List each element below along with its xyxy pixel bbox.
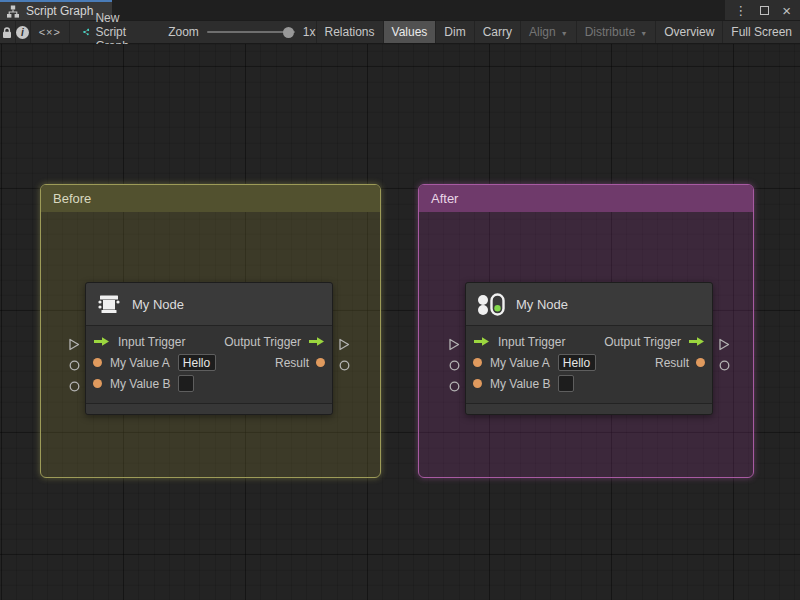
script-graph-icon — [82, 25, 90, 39]
flow-arrow-icon[interactable] — [473, 336, 490, 347]
code-view-icon: <×> — [39, 26, 61, 38]
align-dropdown[interactable]: Align ▼ — [521, 21, 576, 43]
value-output-port-icon[interactable] — [719, 360, 730, 371]
group-after-header[interactable]: After — [419, 185, 753, 212]
port-label: My Value B — [110, 377, 170, 391]
fullscreen-button[interactable]: Full Screen — [723, 21, 800, 43]
port-label: My Value B — [490, 377, 550, 391]
node-footer — [86, 403, 332, 414]
port-row-value-b: My Value B — [86, 373, 332, 394]
group-title: After — [431, 191, 458, 206]
info-icon: i — [16, 26, 29, 39]
maximize-icon[interactable] — [760, 6, 769, 15]
info-button[interactable]: i — [15, 21, 30, 43]
graph-toolbar: i <×> New Script Graph Zoom 1x Relations… — [0, 20, 800, 44]
port-row-value-b: My Value B — [466, 373, 712, 394]
value-input-port-icon[interactable] — [69, 360, 80, 371]
relations-button[interactable]: Relations — [317, 21, 383, 43]
window-menu-icon[interactable]: ⋮ — [734, 4, 747, 17]
value-port-icon[interactable] — [473, 358, 482, 367]
flow-input-port-icon[interactable] — [68, 338, 80, 351]
port-label: Input Trigger — [118, 335, 185, 349]
value-port-icon[interactable] — [93, 358, 102, 367]
toggle-icon — [477, 292, 505, 317]
machine-icon — [97, 292, 121, 316]
port-row-value-a: My Value A Result — [86, 352, 332, 373]
port-label: Result — [655, 356, 689, 370]
zoom-control: Zoom 1x — [154, 21, 315, 43]
node-header[interactable]: My Node — [466, 283, 712, 326]
node-header[interactable]: My Node — [86, 283, 332, 326]
graph-canvas[interactable]: Before After My Node — [0, 44, 800, 600]
value-port-icon[interactable] — [696, 358, 705, 367]
value-input-port-icon[interactable] — [69, 381, 80, 392]
port-label: My Value A — [490, 356, 550, 370]
lock-icon — [1, 26, 13, 39]
value-b-input[interactable] — [558, 375, 574, 392]
zoom-slider-handle[interactable] — [283, 27, 294, 38]
value-a-input[interactable] — [178, 354, 216, 371]
port-label: Input Trigger — [498, 335, 565, 349]
chevron-down-icon: ▼ — [640, 30, 647, 37]
port-row-value-a: My Value A Result — [466, 352, 712, 373]
carry-button[interactable]: Carry — [475, 21, 520, 43]
graph-hierarchy-icon — [6, 5, 20, 18]
port-label: My Value A — [110, 356, 170, 370]
value-port-icon[interactable] — [316, 358, 325, 367]
node-my-node-before[interactable]: My Node Input Trigger Output Trigger — [85, 282, 333, 415]
value-b-input[interactable] — [178, 375, 194, 392]
flow-arrow-icon[interactable] — [308, 336, 325, 347]
zoom-label: Zoom — [168, 25, 199, 39]
toolbar-right-buttons: Relations Values Dim Carry Align ▼ Distr… — [316, 21, 800, 43]
node-footer — [466, 403, 712, 414]
zoom-slider[interactable] — [207, 31, 295, 33]
flow-arrow-icon[interactable] — [688, 336, 705, 347]
port-label: Result — [275, 356, 309, 370]
tab-title: Script Graph — [26, 4, 93, 18]
node-body: Input Trigger Output Trigger My Value A … — [86, 326, 332, 394]
value-a-input[interactable] — [558, 354, 596, 371]
node-title: My Node — [516, 297, 568, 312]
distribute-dropdown[interactable]: Distribute ▼ — [577, 21, 656, 43]
value-port-icon[interactable] — [93, 379, 102, 388]
code-view-button[interactable]: <×> — [30, 21, 69, 43]
flow-output-port-icon[interactable] — [338, 338, 350, 351]
group-title: Before — [53, 191, 91, 206]
graph-asset-label[interactable]: New Script Graph — [70, 21, 154, 43]
zoom-value: 1x — [303, 25, 316, 39]
dim-button[interactable]: Dim — [436, 21, 473, 43]
value-output-port-icon[interactable] — [339, 360, 350, 371]
group-before-header[interactable]: Before — [41, 185, 380, 212]
port-label: Output Trigger — [224, 335, 301, 349]
port-row-triggers: Input Trigger Output Trigger — [86, 331, 332, 352]
node-my-node-after[interactable]: My Node Input Trigger Output Trigger — [465, 282, 713, 415]
overview-button[interactable]: Overview — [656, 21, 722, 43]
close-icon[interactable]: × — [782, 3, 791, 18]
chevron-down-icon: ▼ — [561, 30, 568, 37]
flow-arrow-icon[interactable] — [93, 336, 110, 347]
flow-output-port-icon[interactable] — [718, 338, 730, 351]
lock-button[interactable] — [0, 21, 15, 43]
port-label: Output Trigger — [604, 335, 681, 349]
values-button[interactable]: Values — [384, 21, 436, 43]
window-controls: ⋮ × — [725, 0, 800, 20]
node-body: Input Trigger Output Trigger My Value A … — [466, 326, 712, 394]
value-input-port-icon[interactable] — [449, 360, 460, 371]
value-input-port-icon[interactable] — [449, 381, 460, 392]
port-row-triggers: Input Trigger Output Trigger — [466, 331, 712, 352]
flow-input-port-icon[interactable] — [448, 338, 460, 351]
node-title: My Node — [132, 297, 184, 312]
value-port-icon[interactable] — [473, 379, 482, 388]
